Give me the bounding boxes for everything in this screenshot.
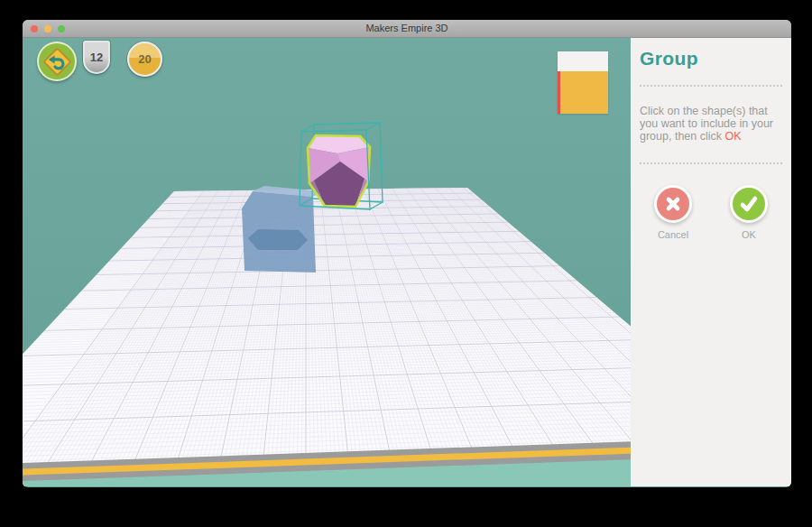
window-title: Makers Empire 3D — [23, 20, 791, 37]
panel-actions: Cancel OK — [640, 185, 782, 240]
minimize-button[interactable] — [44, 25, 51, 32]
view-cube-top-face — [558, 51, 608, 71]
view-cube-edge — [558, 71, 560, 114]
group-panel: Group Click on the shape(s) that you wan… — [631, 38, 791, 486]
view-cube-front-face — [558, 71, 608, 114]
swap-badge-button[interactable] — [37, 42, 77, 81]
ok-label: OK — [742, 229, 756, 240]
u-turn-arrow-icon — [47, 51, 68, 72]
instruction-body: Click on the shape(s) that you want to i… — [640, 105, 773, 143]
coins-badge: 20 — [127, 42, 162, 77]
panel-title: Group — [640, 48, 782, 69]
cancel-button[interactable]: Cancel — [641, 185, 705, 240]
fullscreen-button[interactable] — [58, 25, 65, 32]
desktop-background: Makers Empire 3D — [0, 0, 812, 527]
instruction-text: Click on the shape(s) that you want to i… — [640, 105, 782, 143]
shape-dodecahedron[interactable] — [308, 135, 370, 207]
level-value: 12 — [90, 51, 103, 64]
level-badge: 12 — [83, 41, 110, 74]
ok-button[interactable]: OK — [717, 185, 780, 240]
app-window: Makers Empire 3D — [23, 20, 791, 487]
cancel-label: Cancel — [658, 229, 688, 240]
check-icon — [739, 194, 759, 214]
ok-highlight: OK — [725, 130, 742, 143]
traffic-lights — [31, 25, 65, 32]
view-cube[interactable] — [558, 51, 608, 114]
close-button[interactable] — [31, 25, 38, 32]
titlebar: Makers Empire 3D — [23, 20, 791, 38]
x-icon — [664, 195, 682, 213]
dotted-separator — [640, 85, 782, 87]
dotted-separator — [640, 162, 782, 164]
viewport-3d[interactable]: 12 20 — [23, 38, 631, 486]
coins-value: 20 — [138, 52, 151, 66]
